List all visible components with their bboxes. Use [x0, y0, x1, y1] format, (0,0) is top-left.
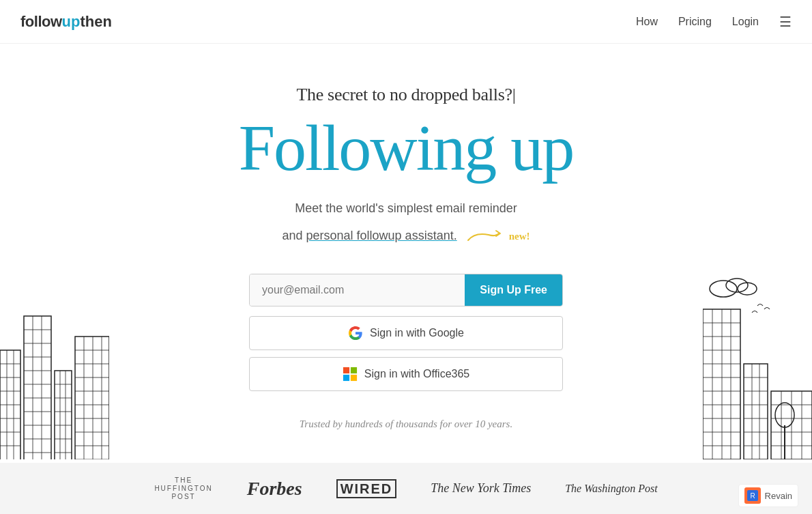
- office365-signin-button[interactable]: Sign in with Office365: [249, 357, 563, 391]
- forbes-logo: Forbes: [247, 477, 302, 500]
- svg-rect-81: [343, 367, 349, 373]
- nav-login[interactable]: Login: [732, 16, 759, 28]
- hero-subtitle: The secret to no dropped balls?|: [296, 85, 515, 105]
- new-badge: new!: [509, 231, 530, 242]
- hero-desc-underline: personal followup assistant.: [306, 229, 457, 242]
- google-button-label: Sign in with Google: [370, 327, 464, 339]
- revain-icon: R: [744, 487, 761, 504]
- wapo-logo: The Washington Post: [565, 482, 657, 495]
- hero-title: Following up: [239, 112, 574, 184]
- office365-button-label: Sign in with Office365: [364, 368, 469, 380]
- hero-subtitle-text: The secret to no dropped balls?: [296, 85, 512, 104]
- svg-rect-82: [351, 367, 357, 373]
- hero-desc-line2: and personal followup assistant. new!: [282, 225, 530, 246]
- svg-rect-83: [343, 375, 349, 381]
- logo-text-follow: follow: [20, 13, 62, 31]
- logo[interactable]: followupthen: [20, 13, 112, 31]
- hero-desc-line1: Meet the world's simplest email reminder: [295, 198, 517, 219]
- nav-how[interactable]: How: [636, 16, 658, 28]
- revain-label: Revain: [765, 491, 792, 501]
- menu-icon[interactable]: ☰: [779, 14, 792, 30]
- email-input[interactable]: [250, 274, 465, 306]
- logos-bar: THEHUFFINGTONPOST Forbes WIRED The New Y…: [0, 463, 812, 514]
- signup-button[interactable]: Sign Up Free: [465, 274, 562, 306]
- huffington-post-logo: THEHUFFINGTONPOST: [154, 476, 212, 501]
- navbar: followupthen How Pricing Login ☰: [0, 0, 812, 44]
- trusted-text: Trusted by hundreds of thousands for ove…: [300, 418, 512, 430]
- svg-text:R: R: [750, 492, 755, 500]
- arrow-decoration: [465, 227, 506, 246]
- svg-rect-84: [351, 375, 357, 381]
- logo-text-up: up: [62, 13, 81, 31]
- google-signin-button[interactable]: Sign in with Google: [249, 316, 563, 350]
- wired-logo: WIRED: [336, 479, 397, 498]
- nav-links: How Pricing Login ☰: [636, 14, 792, 30]
- signup-form: Sign Up Free: [249, 274, 563, 306]
- logo-text-then: then: [80, 13, 111, 31]
- microsoft-icon: [343, 367, 358, 382]
- nyt-logo: The New York Times: [431, 481, 531, 496]
- hero-section: The secret to no dropped balls?| Followi…: [0, 44, 812, 457]
- nav-pricing[interactable]: Pricing: [678, 16, 712, 28]
- revain-widget[interactable]: R Revain: [738, 484, 798, 507]
- cursor: |: [512, 85, 516, 104]
- google-icon: [348, 326, 363, 341]
